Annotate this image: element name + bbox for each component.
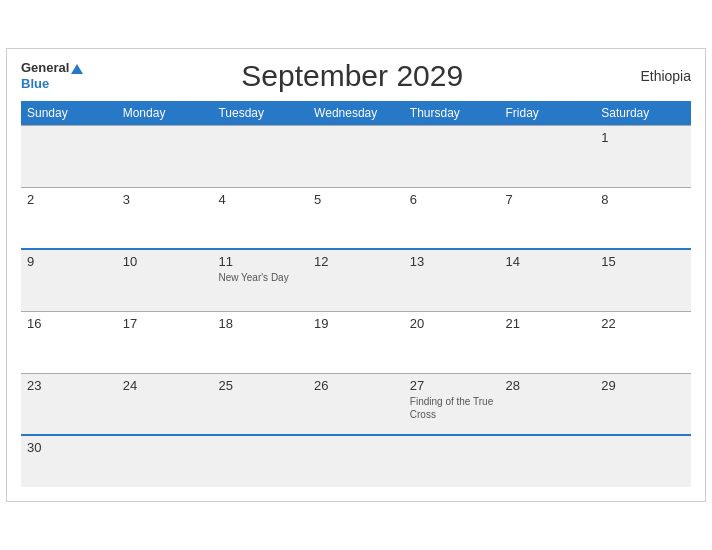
day-number: 12: [314, 254, 398, 269]
calendar-cell: 27Finding of the True Cross: [404, 373, 500, 435]
day-number: 13: [410, 254, 494, 269]
logo-area: General Blue: [21, 60, 83, 91]
calendar-cell: [117, 125, 213, 187]
day-number: 4: [218, 192, 302, 207]
logo-general: General: [21, 60, 69, 75]
weekday-header-row: SundayMondayTuesdayWednesdayThursdayFrid…: [21, 101, 691, 126]
calendar-cell: 16: [21, 311, 117, 373]
week-row-2: 2345678: [21, 187, 691, 249]
weekday-header-wednesday: Wednesday: [308, 101, 404, 126]
calendar-cell: 21: [500, 311, 596, 373]
calendar-cell: 9: [21, 249, 117, 311]
day-number: 19: [314, 316, 398, 331]
day-number: 5: [314, 192, 398, 207]
calendar-cell: 6: [404, 187, 500, 249]
calendar-cell: 17: [117, 311, 213, 373]
calendar-cell: 10: [117, 249, 213, 311]
calendar-cell: [212, 435, 308, 487]
weekday-header-monday: Monday: [117, 101, 213, 126]
calendar-cell: 26: [308, 373, 404, 435]
weekday-header-tuesday: Tuesday: [212, 101, 308, 126]
calendar-title: September 2029: [83, 59, 621, 93]
day-number: 27: [410, 378, 494, 393]
calendar-cell: 11New Year's Day: [212, 249, 308, 311]
calendar-cell: 25: [212, 373, 308, 435]
calendar-cell: 24: [117, 373, 213, 435]
logo-blue: Blue: [21, 76, 49, 91]
weekday-header-saturday: Saturday: [595, 101, 691, 126]
logo-line2: Blue: [21, 76, 49, 92]
calendar-cell: 14: [500, 249, 596, 311]
day-number: 28: [506, 378, 590, 393]
calendar-cell: [500, 125, 596, 187]
calendar-cell: 28: [500, 373, 596, 435]
holiday-name: New Year's Day: [218, 271, 302, 284]
day-number: 21: [506, 316, 590, 331]
day-number: 1: [601, 130, 685, 145]
day-number: 2: [27, 192, 111, 207]
calendar-cell: 15: [595, 249, 691, 311]
calendar-cell: 8: [595, 187, 691, 249]
calendar-cell: [404, 125, 500, 187]
day-number: 25: [218, 378, 302, 393]
calendar-cell: 29: [595, 373, 691, 435]
calendar-cell: 30: [21, 435, 117, 487]
calendar-cell: 5: [308, 187, 404, 249]
week-row-5: 2324252627Finding of the True Cross2829: [21, 373, 691, 435]
day-number: 10: [123, 254, 207, 269]
weekday-header-thursday: Thursday: [404, 101, 500, 126]
day-number: 17: [123, 316, 207, 331]
day-number: 15: [601, 254, 685, 269]
day-number: 22: [601, 316, 685, 331]
calendar-cell: 2: [21, 187, 117, 249]
day-number: 18: [218, 316, 302, 331]
week-row-4: 16171819202122: [21, 311, 691, 373]
calendar-cell: [595, 435, 691, 487]
calendar-cell: 13: [404, 249, 500, 311]
calendar-container: General Blue September 2029 Ethiopia Sun…: [6, 48, 706, 503]
day-number: 20: [410, 316, 494, 331]
calendar-cell: 22: [595, 311, 691, 373]
calendar-cell: 19: [308, 311, 404, 373]
logo-triangle-icon: [71, 64, 83, 74]
day-number: 14: [506, 254, 590, 269]
calendar-cell: 4: [212, 187, 308, 249]
calendar-cell: 20: [404, 311, 500, 373]
weekday-header-sunday: Sunday: [21, 101, 117, 126]
day-number: 8: [601, 192, 685, 207]
country-label: Ethiopia: [621, 68, 691, 84]
day-number: 23: [27, 378, 111, 393]
calendar-cell: [212, 125, 308, 187]
calendar-cell: 18: [212, 311, 308, 373]
calendar-cell: 1: [595, 125, 691, 187]
logo-line1: General: [21, 60, 83, 76]
calendar-cell: 12: [308, 249, 404, 311]
calendar-cell: [117, 435, 213, 487]
holiday-name: Finding of the True Cross: [410, 395, 494, 421]
calendar-cell: 7: [500, 187, 596, 249]
calendar-cell: [308, 125, 404, 187]
week-row-1: 1: [21, 125, 691, 187]
day-number: 26: [314, 378, 398, 393]
calendar-cell: 3: [117, 187, 213, 249]
calendar-cell: 23: [21, 373, 117, 435]
week-row-3: 91011New Year's Day12131415: [21, 249, 691, 311]
day-number: 24: [123, 378, 207, 393]
calendar-cell: [21, 125, 117, 187]
week-row-6: 30: [21, 435, 691, 487]
calendar-cell: [500, 435, 596, 487]
day-number: 11: [218, 254, 302, 269]
calendar-cell: [404, 435, 500, 487]
day-number: 6: [410, 192, 494, 207]
day-number: 30: [27, 440, 111, 455]
day-number: 29: [601, 378, 685, 393]
day-number: 3: [123, 192, 207, 207]
calendar-grid: SundayMondayTuesdayWednesdayThursdayFrid…: [21, 101, 691, 488]
calendar-cell: [308, 435, 404, 487]
weekday-header-friday: Friday: [500, 101, 596, 126]
day-number: 16: [27, 316, 111, 331]
calendar-header: General Blue September 2029 Ethiopia: [21, 59, 691, 93]
day-number: 9: [27, 254, 111, 269]
day-number: 7: [506, 192, 590, 207]
